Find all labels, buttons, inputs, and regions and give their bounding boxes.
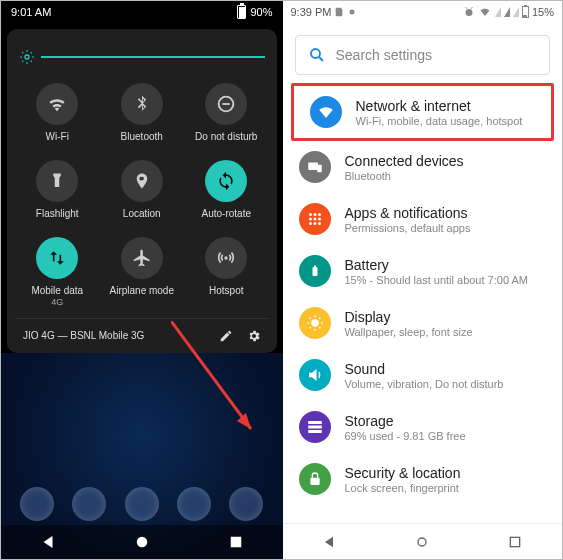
wifi-status-icon — [478, 6, 492, 18]
search-icon — [308, 46, 326, 64]
status-battery: 15% — [532, 6, 554, 18]
nav-back-icon[interactable] — [321, 534, 337, 550]
alarm-icon — [463, 6, 475, 18]
dock-app[interactable] — [72, 487, 106, 521]
signal-icon — [495, 7, 501, 17]
svg-rect-10 — [308, 163, 318, 171]
qs-tile-wifi[interactable]: Wi-Fi — [15, 83, 100, 142]
nav-bar — [283, 523, 563, 559]
svg-rect-29 — [511, 537, 520, 546]
nav-recents-icon[interactable] — [507, 534, 523, 550]
dock-app[interactable] — [20, 487, 54, 521]
dock-app[interactable] — [177, 487, 211, 521]
svg-point-16 — [313, 218, 316, 221]
display-icon — [306, 314, 324, 332]
qs-footer: JIO 4G — BSNL Mobile 3G — [15, 318, 269, 345]
devices-icon — [306, 158, 324, 176]
settings-item-display[interactable]: DisplayWallpaper, sleep, font size — [283, 297, 563, 349]
security-icon — [307, 470, 323, 488]
brightness-icon — [19, 49, 35, 65]
svg-rect-4 — [230, 537, 241, 548]
hotspot-icon — [216, 248, 236, 268]
svg-point-17 — [318, 218, 321, 221]
nav-home-icon[interactable] — [414, 534, 430, 550]
nav-back-icon[interactable] — [39, 533, 57, 551]
svg-point-14 — [318, 213, 321, 216]
status-time: 9:01 AM — [11, 6, 51, 18]
settings-item-apps[interactable]: Apps & notificationsPermissions, default… — [283, 193, 563, 245]
battery-icon — [522, 6, 529, 18]
quick-settings-screenshot: 9:01 AM 90% Wi-Fi Bluetooth Do not distu… — [1, 1, 283, 559]
signal-icon — [504, 7, 510, 17]
edit-icon[interactable] — [219, 329, 233, 343]
settings-item-storage[interactable]: Storage69% used - 9.81 GB free — [283, 401, 563, 453]
svg-point-3 — [136, 537, 147, 548]
settings-item-connected[interactable]: Connected devicesBluetooth — [283, 141, 563, 193]
svg-point-8 — [465, 9, 472, 16]
svg-point-23 — [312, 320, 318, 326]
nav-recents-icon[interactable] — [227, 533, 245, 551]
qs-tile-hotspot[interactable]: Hotspot — [184, 237, 269, 308]
settings-item-battery[interactable]: Battery15% - Should last until about 7:0… — [283, 245, 563, 297]
svg-rect-21 — [312, 267, 317, 276]
svg-point-7 — [350, 10, 355, 15]
dnd-icon — [215, 93, 237, 115]
svg-rect-26 — [308, 430, 322, 433]
status-bar: 9:01 AM 90% — [1, 1, 283, 23]
qs-tile-dnd[interactable]: Do not disturb — [184, 83, 269, 142]
wifi-icon — [317, 103, 335, 121]
carrier-label: JIO 4G — BSNL Mobile 3G — [23, 330, 144, 341]
mobiledata-icon — [47, 248, 67, 268]
brightness-slider[interactable] — [15, 39, 269, 83]
nav-bar — [1, 525, 283, 559]
svg-point-0 — [25, 55, 29, 59]
svg-point-20 — [318, 222, 321, 225]
gear-icon[interactable] — [247, 329, 261, 343]
dock-app[interactable] — [125, 487, 159, 521]
brightness-track[interactable] — [41, 56, 265, 58]
qs-tile-bluetooth[interactable]: Bluetooth — [100, 83, 185, 142]
flashlight-icon — [48, 172, 66, 190]
svg-point-9 — [311, 49, 320, 58]
qs-tile-flashlight[interactable]: Flashlight — [15, 160, 100, 219]
svg-rect-22 — [314, 266, 316, 268]
nav-home-icon[interactable] — [133, 533, 151, 551]
location-icon — [133, 172, 151, 190]
highlight-box: Network & internetWi-Fi, mobile, data us… — [291, 83, 555, 141]
qs-tile-mobiledata[interactable]: Mobile data4G — [15, 237, 100, 308]
qs-tile-autorotate[interactable]: Auto-rotate — [184, 160, 269, 219]
dock — [1, 487, 283, 521]
settings-list: Network & internetWi-Fi, mobile, data us… — [283, 83, 563, 523]
svg-point-28 — [418, 538, 426, 546]
status-bar: 9:39 PM 15% — [283, 1, 563, 23]
svg-rect-27 — [310, 478, 319, 485]
quick-settings-panel: Wi-Fi Bluetooth Do not disturb Flashligh… — [7, 29, 277, 353]
settings-screenshot: 9:39 PM 15% Search settings Network & in… — [283, 1, 563, 559]
sd-icon — [334, 6, 344, 18]
apps-icon — [306, 210, 324, 228]
rotate-icon — [216, 171, 236, 191]
svg-point-13 — [313, 213, 316, 216]
sound-icon — [306, 366, 324, 384]
qs-tile-grid: Wi-Fi Bluetooth Do not disturb Flashligh… — [15, 83, 269, 308]
svg-point-2 — [225, 256, 228, 259]
qs-tile-airplane[interactable]: Airplane mode — [100, 237, 185, 308]
bluetooth-icon — [132, 94, 152, 114]
status-time: 9:39 PM — [291, 6, 332, 18]
settings-item-network[interactable]: Network & internetWi-Fi, mobile, data us… — [294, 86, 552, 138]
settings-item-security[interactable]: Security & locationLock screen, fingerpr… — [283, 453, 563, 505]
dock-app[interactable] — [229, 487, 263, 521]
home-background — [1, 353, 283, 559]
settings-item-sound[interactable]: SoundVolume, vibration, Do not disturb — [283, 349, 563, 401]
svg-point-12 — [309, 213, 312, 216]
battery-icon — [237, 5, 246, 19]
search-placeholder: Search settings — [336, 47, 433, 63]
svg-rect-25 — [308, 426, 322, 429]
qs-tile-location[interactable]: Location — [100, 160, 185, 219]
svg-rect-24 — [308, 421, 322, 424]
search-settings[interactable]: Search settings — [295, 35, 551, 75]
wifi-icon — [46, 93, 68, 115]
storage-icon — [306, 418, 324, 436]
svg-point-19 — [313, 222, 316, 225]
debug-icon — [347, 6, 357, 18]
